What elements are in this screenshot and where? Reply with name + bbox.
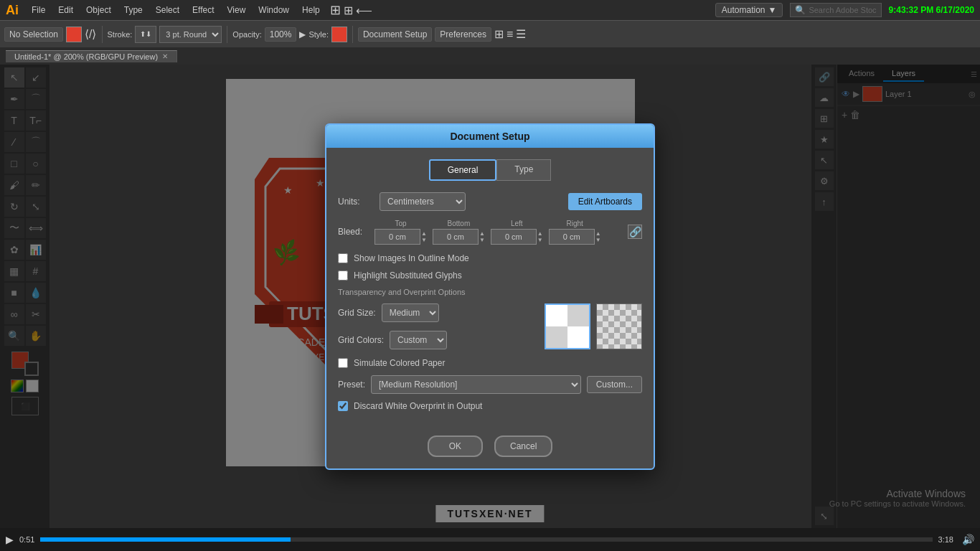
- units-label: Units:: [338, 197, 374, 207]
- time-current: 0:51: [19, 535, 34, 544]
- modal-overlay: Document Setup General Type Units: Centi…: [0, 65, 980, 528]
- discard-overprint-checkbox[interactable]: [338, 401, 348, 411]
- modal-tabs: General Type: [338, 159, 642, 181]
- progress-fill: [40, 537, 290, 542]
- bleed-left-label: Left: [511, 220, 523, 227]
- modal-tab-general[interactable]: General: [429, 159, 497, 181]
- units-select[interactable]: Centimeters: [380, 192, 466, 211]
- bleed-section: Bleed: Top ▲ ▼: [338, 220, 642, 245]
- menu-select[interactable]: Select: [150, 4, 185, 17]
- show-images-checkbox[interactable]: [338, 253, 348, 263]
- menu-window[interactable]: Window: [253, 4, 295, 17]
- bleed-top-input[interactable]: [374, 229, 420, 245]
- preferences-button[interactable]: Preferences: [435, 27, 491, 42]
- opacity-expand[interactable]: ▶: [299, 29, 306, 39]
- bleed-left-up[interactable]: ▲: [537, 230, 543, 237]
- preset-select[interactable]: [Medium Resolution]: [371, 375, 581, 394]
- fill-color[interactable]: [66, 27, 82, 42]
- menu-file[interactable]: File: [26, 4, 51, 17]
- bleed-left-down[interactable]: ▼: [537, 237, 543, 243]
- simulate-paper-row: Simulate Colored Paper: [338, 358, 536, 368]
- menu-view[interactable]: View: [222, 4, 252, 17]
- modal-footer: OK Cancel: [326, 430, 654, 468]
- link-bleed-icon[interactable]: 🔗: [628, 225, 642, 239]
- menu-type[interactable]: Type: [118, 4, 149, 17]
- main-content: ↖ ↙ ✒ ⌒ T T⌐ ∕ ⌒ □ ○ 🖌 ✏ ↻ ⤡ 〜 ⟺: [0, 65, 980, 528]
- menu-object[interactable]: Object: [80, 4, 117, 17]
- simulate-paper-checkbox[interactable]: [338, 358, 348, 368]
- grid-size-row: Grid Size: Medium: [338, 303, 536, 322]
- highlight-glyphs-label: Highlight Substituted Glyphs: [354, 270, 462, 281]
- modal-tab-type[interactable]: Type: [496, 159, 551, 181]
- bleed-bottom-label: Bottom: [448, 220, 471, 227]
- tab-bar: Untitled-1* @ 200% (RGB/GPU Preview) ✕: [0, 47, 980, 65]
- modal-body: General Type Units: Centimeters Edit Art…: [326, 148, 654, 430]
- bleed-fields: Top ▲ ▼ Bottom: [374, 220, 621, 245]
- grid-colors-row: Grid Colors: Custom: [338, 331, 536, 349]
- document-tab[interactable]: Untitled-1* @ 200% (RGB/GPU Preview) ✕: [6, 50, 177, 62]
- play-pause-button[interactable]: ▶: [6, 534, 14, 545]
- style-label: Style:: [308, 30, 329, 39]
- hamburger-icon[interactable]: ☰: [516, 27, 526, 41]
- transparency-section-title: Transparency and Overprint Options: [338, 288, 642, 296]
- tab-close[interactable]: ✕: [162, 52, 168, 60]
- progress-bar[interactable]: [40, 537, 932, 542]
- checker-grid-preview[interactable]: [596, 303, 642, 349]
- menu-help[interactable]: Help: [296, 4, 326, 17]
- bleed-top-up[interactable]: ▲: [421, 230, 427, 237]
- bleed-right-label: Right: [567, 220, 583, 227]
- bleed-bottom-group: Bottom ▲ ▼: [433, 220, 485, 245]
- bleed-label: Bleed:: [338, 227, 370, 237]
- style-color[interactable]: [331, 27, 347, 42]
- app-logo: Ai: [6, 3, 19, 18]
- bleed-right-down[interactable]: ▼: [595, 237, 601, 243]
- stroke-label: Stroke:: [108, 30, 133, 39]
- preset-row: Preset: [Medium Resolution] Custom...: [338, 375, 642, 394]
- time-total: 3:18: [938, 535, 953, 544]
- stroke-tool[interactable]: ⟨/⟩: [85, 27, 96, 41]
- bleed-left-group: Left ▲ ▼: [491, 220, 543, 245]
- ok-button[interactable]: OK: [428, 435, 483, 457]
- bleed-right-input[interactable]: [549, 229, 595, 245]
- bleed-bottom-input[interactable]: [433, 229, 479, 245]
- stroke-up-down[interactable]: ⬆⬇: [135, 26, 156, 43]
- bleed-bottom-up[interactable]: ▲: [479, 230, 485, 237]
- preset-label: Preset:: [338, 380, 365, 390]
- toolbar: No Selection ⟨/⟩ Stroke: ⬆⬇ 3 pt. Round …: [0, 20, 980, 47]
- separator-2: [227, 26, 227, 43]
- grid-previews: [545, 303, 642, 349]
- menu-bar: Ai File Edit Object Type Select Effect V…: [0, 0, 980, 20]
- bottom-bar: ▶ 0:51 3:18 🔊: [0, 528, 980, 551]
- menu-effect[interactable]: Effect: [187, 4, 220, 17]
- grid-size-label: Grid Size:: [338, 308, 376, 318]
- bleed-left-input[interactable]: [491, 229, 537, 245]
- document-setup-button[interactable]: Document Setup: [358, 27, 432, 42]
- bleed-bottom-down[interactable]: ▼: [479, 237, 485, 243]
- highlight-glyphs-row: Highlight Substituted Glyphs: [338, 270, 642, 281]
- bleed-row: Bleed: Top ▲ ▼: [338, 220, 642, 245]
- highlight-glyphs-checkbox[interactable]: [338, 270, 348, 281]
- arrange-icon[interactable]: ⊞: [494, 27, 504, 41]
- modal-header: Document Setup: [326, 125, 654, 148]
- grid-size-select[interactable]: Medium: [382, 303, 439, 322]
- show-images-row: Show Images In Outline Mode: [338, 253, 642, 263]
- bleed-top-down[interactable]: ▼: [421, 237, 427, 243]
- align-icon[interactable]: ≡: [507, 28, 513, 41]
- automation-dropdown[interactable]: Automation▼: [715, 3, 783, 17]
- volume-icon[interactable]: 🔊: [962, 534, 974, 545]
- menu-edit[interactable]: Edit: [52, 4, 79, 17]
- grid-colors-label: Grid Colors:: [338, 335, 384, 345]
- show-images-label: Show Images In Outline Mode: [354, 253, 469, 263]
- cancel-button[interactable]: Cancel: [494, 435, 552, 457]
- modal-title: Document Setup: [450, 131, 529, 142]
- custom-button[interactable]: Custom...: [587, 376, 642, 393]
- document-setup-modal: Document Setup General Type Units: Centi…: [325, 123, 655, 470]
- white-grid-preview[interactable]: [545, 303, 590, 349]
- stroke-style-select[interactable]: 3 pt. Round: [159, 26, 222, 43]
- opacity-value: 100%: [265, 27, 297, 42]
- bleed-right-group: Right ▲ ▼: [549, 220, 601, 245]
- bleed-top-label: Top: [395, 220, 406, 227]
- grid-colors-select[interactable]: Custom: [390, 331, 447, 349]
- bleed-right-up[interactable]: ▲: [595, 230, 601, 237]
- edit-artboards-button[interactable]: Edit Artboards: [568, 193, 642, 210]
